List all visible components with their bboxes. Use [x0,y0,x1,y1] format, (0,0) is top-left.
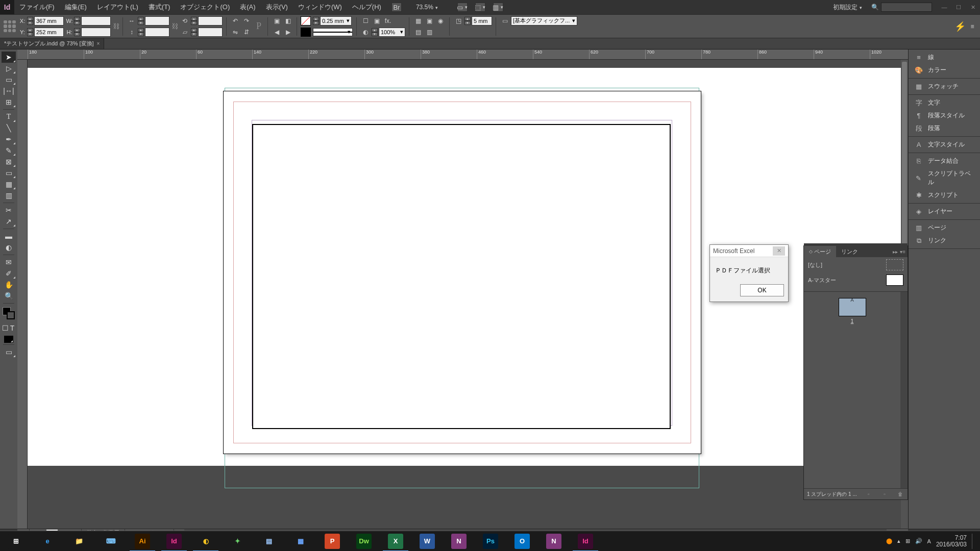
delete-page-icon[interactable]: 🗑 [896,491,904,498]
gradient-swatch-tool[interactable]: ▬ [2,231,16,242]
select-container-icon[interactable]: ▣ [272,16,282,26]
taskbar-clock[interactable]: 7:07 2016/03/03 [936,535,967,548]
wrap-shape-icon[interactable]: ◉ [435,16,446,26]
pencil-tool[interactable]: ✎ [2,145,16,156]
menu-edit[interactable]: 編集(E) [60,0,92,14]
panel-item-段落スタイル[interactable]: ¶段落スタイル [909,109,980,122]
arrange-icon[interactable]: ▥ [493,3,503,12]
menu-window[interactable]: ウィンドウ(W) [293,0,347,14]
tray-ime-icon[interactable]: A [927,538,931,544]
panel-menu-icon[interactable]: ≡ [967,22,977,31]
scissors-tool[interactable]: ✂ [2,205,16,216]
panel-item-文字スタイル[interactable]: A文字スタイル [909,138,980,151]
rotate-field[interactable] [198,16,223,26]
master-none-thumb[interactable] [886,259,903,270]
flip-v-icon[interactable]: ⇵ [241,28,252,37]
show-desktop-button[interactable] [972,534,975,549]
select-content-icon[interactable]: ◧ [283,16,293,26]
taskbar-outlook[interactable]: O [506,531,538,552]
height-field[interactable] [81,28,111,37]
taskbar-explorer[interactable]: 📁 [63,531,95,552]
reference-point-grid[interactable] [3,19,17,34]
vertical-ruler[interactable] [17,60,28,529]
flip-h-icon[interactable]: ⇋ [230,28,240,37]
select-next-icon[interactable]: ▶ [283,28,293,37]
gap-tool[interactable]: |↔| [2,85,16,96]
fill-stroke-swatch[interactable] [3,307,15,319]
taskbar-start[interactable]: ⊞ [0,531,32,552]
taskbar-app-osk[interactable]: ⌨ [95,531,127,552]
edit-page-size-icon[interactable]: ▫ [865,491,873,498]
document-tab[interactable]: *テストサンプル.indd @ 73% [変換] × [0,38,104,49]
page-1-thumb[interactable]: A [839,298,866,316]
content-collector-tool[interactable]: ⊞ [2,96,16,108]
stroke-swatch[interactable] [301,28,311,37]
rectangle-frame-tool[interactable]: ⊠ [2,156,16,167]
panel-menu-icon[interactable]: ▾≡ [900,249,905,255]
stroke-weight-field[interactable]: 0.25 mm▾ [320,16,352,26]
type-tool[interactable]: T [2,111,16,122]
maximize-button[interactable]: ☐ [951,2,966,13]
panel-grip[interactable] [804,243,908,246]
bridge-icon[interactable]: Br [391,3,402,12]
polygon-tool[interactable]: ▦ [2,179,16,190]
direct-selection-tool[interactable]: ▷ [2,63,16,74]
panel-item-リンク[interactable]: ⧉リンク [909,234,980,247]
document-tab-close-icon[interactable]: × [97,41,100,46]
tray-windows-icon[interactable]: ⊞ [905,538,910,544]
corner-size-field[interactable]: 5 mm [472,16,492,26]
panel-item-スウォッチ[interactable]: ▦スウォッチ [909,80,980,93]
opacity-normal-icon[interactable]: ☐ [360,16,371,26]
scale-x-field[interactable] [145,16,169,26]
pages-panel-tab-links[interactable]: リンク [836,246,863,257]
x-position-field[interactable]: 367 mm [34,16,64,26]
pages-panel-scrollbar[interactable] [900,292,908,488]
fit-frame-icon[interactable]: ▭ [500,16,510,26]
line-tool[interactable]: ╲ [2,122,16,134]
fx-icon[interactable]: fx. [383,16,393,26]
rotate-ccw-icon[interactable]: ↶ [230,16,240,26]
workspace-switcher[interactable]: 初期設定 [829,3,866,12]
corner-icon[interactable]: ◳ [453,16,463,26]
taskbar-app-unknown[interactable]: ✦ [222,531,253,552]
taskbar-word[interactable]: W [411,531,443,552]
shear-field[interactable] [198,28,223,37]
panel-item-段落[interactable]: 段段落 [909,122,980,135]
link-scale-icon[interactable]: ⛓ [172,18,178,35]
master-none-row[interactable]: [なし] [804,257,908,272]
quick-apply-icon[interactable]: ⚡ [955,22,965,31]
tray-volume-icon[interactable]: 🔊 [915,538,922,544]
free-transform-tool[interactable]: ↗ [2,216,16,227]
hand-tool[interactable]: ✋ [2,279,16,290]
taskbar-chrome[interactable]: ◐ [190,531,222,552]
drop-shadow-icon[interactable]: ▣ [372,16,382,26]
menu-table[interactable]: 表(A) [235,0,260,14]
view-mode-toggle[interactable]: ▭ [2,346,16,358]
excel-dialog-close-button[interactable]: ✕ [773,246,785,256]
panel-item-線[interactable]: ≡線 [909,51,980,64]
master-a-thumb[interactable] [886,274,903,286]
wrap-jumpnext-icon[interactable]: ▥ [424,28,434,37]
panel-collapse-icon[interactable]: ▸▸ [893,249,898,255]
width-field[interactable] [81,16,111,26]
panel-item-スクリプト[interactable]: ✱スクリプト [909,189,980,202]
object-style-dropdown[interactable]: [基本グラフィックフ...▾ [511,16,577,26]
pen-tool[interactable]: ✒ [2,134,16,145]
master-a-row[interactable]: A-マスター [804,272,908,288]
container-text-toggle[interactable]: ☐T [2,322,16,334]
taskbar-photoshop[interactable]: Ps [475,531,506,552]
page-tool[interactable]: ▭ [2,74,16,85]
taskbar-ie[interactable]: e [32,531,63,552]
pages-panel-tab-pages[interactable]: ◇ページ [804,246,836,257]
eyedropper-tool[interactable]: ✐ [2,268,16,279]
wrap-jump-icon[interactable]: ▤ [413,28,423,37]
close-button[interactable]: ✕ [966,2,980,13]
apply-color[interactable] [4,336,13,343]
rectangle-tool[interactable]: ▭ [2,167,16,179]
search-input[interactable] [881,3,932,12]
panel-item-データ結合[interactable]: ⎘データ結合 [909,155,980,167]
taskbar-excel[interactable]: X [380,531,411,552]
menu-file[interactable]: ファイル(F) [14,0,60,14]
minimize-button[interactable]: — [937,2,951,13]
table-tool[interactable]: ▥ [2,190,16,201]
